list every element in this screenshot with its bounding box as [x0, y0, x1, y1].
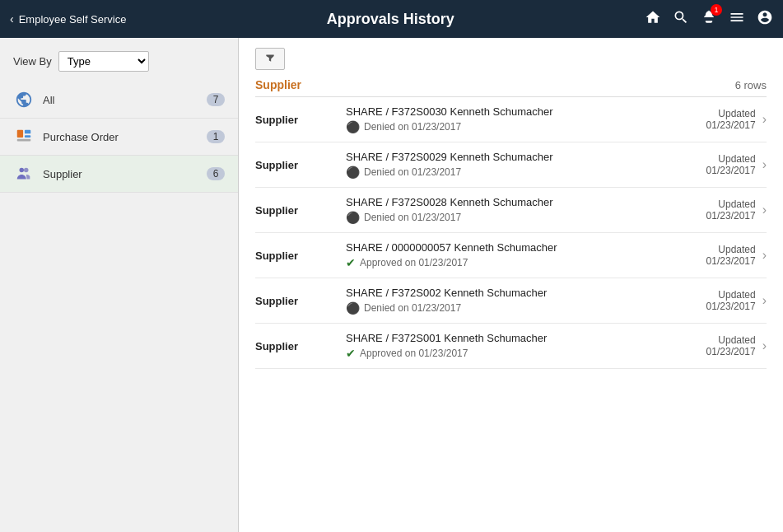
approval-updated: Updated 01/23/2017 [682, 334, 756, 357]
purchase-order-icon [13, 126, 35, 147]
updated-date: 01/23/2017 [682, 119, 756, 131]
approval-status-text: Approved on 01/23/2017 [360, 257, 468, 268]
section-rows: 6 rows [735, 79, 767, 91]
approval-status-text: Denied on 01/23/2017 [364, 212, 461, 223]
updated-date: 01/23/2017 [682, 165, 756, 176]
approval-row[interactable]: Supplier SHARE / F372S0030 Kenneth Schum… [255, 97, 767, 142]
approval-row[interactable]: Supplier SHARE / F372S0029 Kenneth Schum… [255, 142, 767, 188]
approval-status: ⚫ Denied on 01/23/2017 [346, 301, 673, 315]
updated-date: 01/23/2017 [682, 346, 756, 357]
approval-type: Supplier [255, 340, 338, 352]
approval-status-text: Approved on 01/23/2017 [360, 348, 468, 359]
globe-icon [13, 89, 35, 110]
chevron-right-icon: › [762, 203, 767, 217]
home-icon[interactable] [645, 9, 661, 30]
approval-updated: Updated 01/23/2017 [682, 244, 756, 267]
approval-row[interactable]: Supplier SHARE / 0000000057 Kenneth Schu… [255, 233, 767, 278]
approval-type: Supplier [255, 114, 338, 126]
chevron-right-icon: › [762, 157, 767, 172]
viewby-container: View By Type Date Status [0, 48, 238, 82]
menu-icon[interactable] [729, 9, 745, 30]
approval-details: SHARE / F372S001 Kenneth Schumacher ✔ Ap… [338, 332, 682, 360]
filter-button[interactable] [255, 48, 285, 70]
sidebar-item-supplier[interactable]: Supplier 6 [0, 156, 238, 193]
sidebar-item-supplier-badge: 6 [207, 167, 225, 180]
svg-rect-0 [17, 130, 23, 138]
approval-ref: SHARE / F372S0030 Kenneth Schumacher [346, 105, 673, 118]
approval-type: Supplier [255, 204, 338, 217]
back-label: Employee Self Service [19, 13, 127, 26]
main-content: Supplier 6 rows Supplier SHARE / F372S00… [239, 38, 783, 532]
layout: View By Type Date Status All 7 Purchase … [0, 38, 783, 532]
approval-type: Supplier [255, 295, 338, 307]
approval-details: SHARE / F372S0030 Kenneth Schumacher ⚫ D… [338, 105, 682, 133]
approval-row[interactable]: Supplier SHARE / F372S0028 Kenneth Schum… [255, 188, 767, 233]
back-arrow-icon: ‹ [10, 12, 14, 26]
section-title: Supplier [255, 78, 301, 91]
approval-status: ⚫ Denied on 01/23/2017 [346, 120, 673, 133]
user-icon[interactable] [757, 9, 773, 30]
svg-rect-1 [25, 130, 30, 134]
approval-row[interactable]: Supplier SHARE / F372S002 Kenneth Schuma… [255, 278, 767, 324]
approval-row[interactable]: Supplier SHARE / F372S001 Kenneth Schuma… [255, 324, 767, 369]
sidebar-item-all-badge: 7 [207, 93, 225, 106]
sidebar-item-purchase-order[interactable]: Purchase Order 1 [0, 119, 238, 156]
svg-point-5 [24, 168, 29, 173]
back-button[interactable]: ‹ Employee Self Service [10, 12, 126, 26]
approval-status-text: Denied on 01/23/2017 [364, 302, 461, 314]
sidebar-item-all-label: All [43, 94, 207, 106]
approval-ref: SHARE / F372S0028 Kenneth Schumacher [346, 196, 673, 208]
svg-point-4 [20, 168, 25, 173]
approved-icon: ✔ [346, 256, 356, 269]
approval-details: SHARE / 0000000057 Kenneth Schumacher ✔ … [338, 241, 682, 269]
supplier-icon [13, 163, 35, 184]
approval-type: Supplier [255, 250, 338, 262]
filter-bar [255, 48, 767, 70]
approval-ref: SHARE / F372S002 Kenneth Schumacher [346, 287, 673, 299]
approval-updated: Updated 01/23/2017 [682, 289, 756, 312]
approval-details: SHARE / F372S0029 Kenneth Schumacher ⚫ D… [338, 151, 682, 179]
chevron-right-icon: › [762, 293, 767, 308]
approval-status: ⚫ Denied on 01/23/2017 [346, 166, 673, 179]
notifications-icon[interactable]: 1 [701, 9, 717, 30]
approval-details: SHARE / F372S002 Kenneth Schumacher ⚫ De… [338, 287, 682, 315]
chevron-right-icon: › [762, 112, 767, 127]
sidebar-item-all[interactable]: All 7 [0, 82, 238, 119]
updated-label: Updated [682, 334, 756, 346]
viewby-select[interactable]: Type Date Status [58, 51, 149, 72]
updated-date: 01/23/2017 [682, 301, 756, 312]
approval-ref: SHARE / F372S001 Kenneth Schumacher [346, 332, 673, 344]
approval-status: ✔ Approved on 01/23/2017 [346, 256, 673, 269]
notification-badge: 1 [711, 4, 722, 16]
sidebar-item-supplier-label: Supplier [43, 168, 207, 180]
approval-status-text: Denied on 01/23/2017 [364, 166, 461, 178]
denied-icon: ⚫ [346, 301, 360, 315]
updated-date: 01/23/2017 [682, 210, 756, 222]
updated-label: Updated [682, 198, 756, 210]
approved-icon: ✔ [346, 347, 356, 360]
svg-rect-2 [25, 135, 30, 138]
chevron-right-icon: › [762, 338, 767, 353]
approval-type: Supplier [255, 159, 338, 171]
sidebar-item-po-badge: 1 [207, 130, 225, 143]
denied-icon: ⚫ [346, 211, 360, 224]
approval-status: ⚫ Denied on 01/23/2017 [346, 211, 673, 224]
header: ‹ Employee Self Service Approvals Histor… [0, 0, 783, 38]
updated-date: 01/23/2017 [682, 255, 756, 267]
svg-rect-3 [17, 139, 31, 142]
search-icon[interactable] [673, 9, 689, 30]
sidebar: View By Type Date Status All 7 Purchase … [0, 38, 239, 532]
approval-status-text: Denied on 01/23/2017 [364, 121, 461, 133]
approval-list: Supplier SHARE / F372S0030 Kenneth Schum… [255, 97, 767, 369]
approval-updated: Updated 01/23/2017 [682, 108, 756, 131]
chevron-right-icon: › [762, 248, 767, 263]
page-title: Approvals History [136, 11, 645, 28]
denied-icon: ⚫ [346, 166, 360, 179]
sidebar-item-po-label: Purchase Order [43, 131, 207, 143]
approval-details: SHARE / F372S0028 Kenneth Schumacher ⚫ D… [338, 196, 682, 224]
updated-label: Updated [682, 289, 756, 301]
approval-ref: SHARE / F372S0029 Kenneth Schumacher [346, 151, 673, 163]
updated-label: Updated [682, 108, 756, 119]
approval-status: ✔ Approved on 01/23/2017 [346, 347, 673, 360]
viewby-label: View By [13, 55, 52, 68]
